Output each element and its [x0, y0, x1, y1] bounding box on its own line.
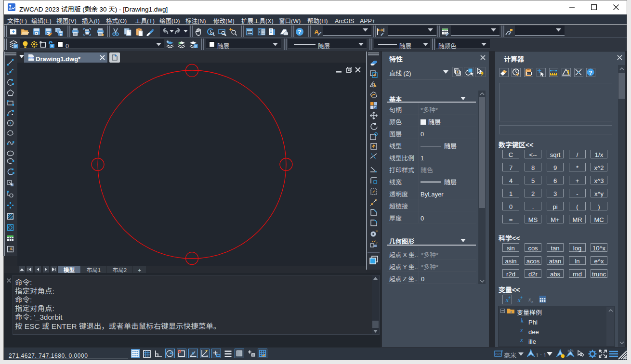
svg-text:x: x — [520, 336, 523, 343]
svg-text:?: ? — [589, 70, 592, 76]
svg-text:x: x — [528, 296, 531, 303]
svg-text:+: + — [520, 295, 523, 300]
svg-text:k: k — [521, 317, 524, 324]
svg-text:x: x — [531, 299, 533, 304]
svg-text:DWG: DWG — [28, 57, 34, 59]
svg-text:A: A — [10, 247, 13, 251]
svg-text:0.0: 0.0 — [495, 352, 501, 356]
svg-text:?: ? — [298, 29, 301, 36]
svg-text:x: x — [520, 326, 523, 333]
svg-text:+: + — [508, 295, 511, 300]
svg-text:x: x — [510, 309, 512, 314]
